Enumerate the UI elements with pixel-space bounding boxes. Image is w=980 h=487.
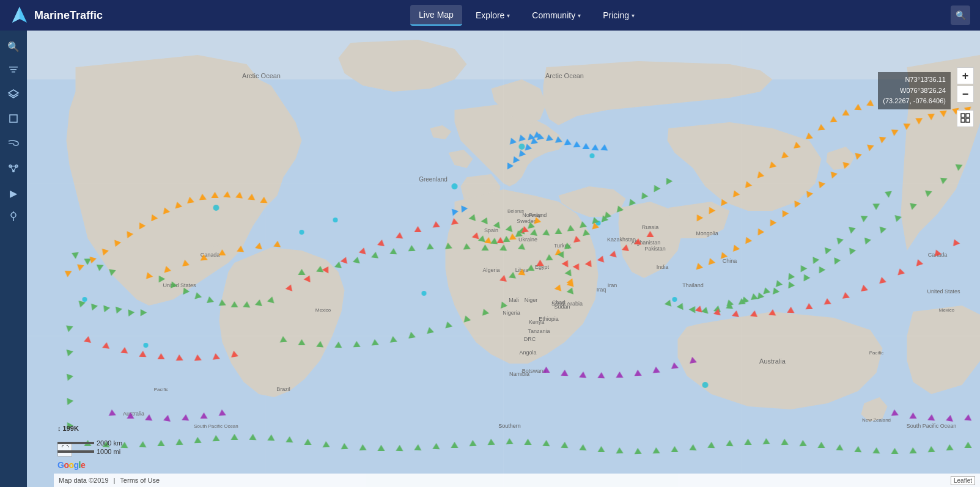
play-icon: ▶ <box>10 188 17 199</box>
sidebar-layers[interactable] <box>2 84 24 106</box>
mi-scale-ruler <box>57 450 94 453</box>
map-container[interactable]: Arctic Ocean Arctic Ocean Greenland Cana… <box>27 31 980 487</box>
svg-text:Ukraine: Ukraine <box>518 236 537 243</box>
svg-point-152 <box>590 153 595 158</box>
svg-text:Arctic Ocean: Arctic Ocean <box>545 72 584 79</box>
explore-chevron: ▾ <box>507 12 510 19</box>
lat-dms: N73°13'36.11 <box>883 75 946 86</box>
map-data-text: Map data ©2019 <box>59 477 109 484</box>
sidebar-measure[interactable] <box>2 207 24 229</box>
svg-text:Mongolia: Mongolia <box>696 230 718 236</box>
filter-icon <box>8 64 19 78</box>
svg-text:Greenland: Greenland <box>419 176 448 183</box>
route-icon <box>8 161 19 176</box>
svg-point-159 <box>144 343 149 348</box>
svg-text:United States: United States <box>927 288 960 295</box>
svg-text:China: China <box>723 258 737 264</box>
svg-text:Mali: Mali <box>509 297 519 303</box>
svg-point-155 <box>422 291 427 296</box>
svg-point-151 <box>452 183 458 189</box>
km-scale-ruler <box>57 442 94 444</box>
zoom-in-button[interactable]: + <box>957 67 974 84</box>
nav-pricing[interactable]: Pricing ▾ <box>594 5 643 25</box>
svg-text:DRC: DRC <box>524 336 536 342</box>
svg-text:Russia: Russia <box>642 224 659 230</box>
search-icon: 🔍 <box>7 41 20 53</box>
svg-point-157 <box>702 382 709 388</box>
mi-label: 1000 mi <box>97 448 120 455</box>
svg-text:South Pacific Ocean: South Pacific Ocean <box>194 423 238 429</box>
svg-text:India: India <box>657 264 669 270</box>
svg-text:Australia: Australia <box>123 411 144 417</box>
leaflet-logo: Leaflet <box>951 476 975 485</box>
svg-text:Brazil: Brazil <box>276 386 290 392</box>
svg-text:Spain: Spain <box>484 227 498 233</box>
svg-text:Tanzania: Tanzania <box>528 328 550 334</box>
svg-rect-4 <box>12 71 15 73</box>
svg-text:United States: United States <box>163 282 196 288</box>
zoom-out-button[interactable]: − <box>957 86 974 103</box>
svg-text:South Pacific Ocean: South Pacific Ocean <box>907 423 957 429</box>
svg-point-150 <box>300 230 304 235</box>
svg-text:Nigeria: Nigeria <box>503 310 520 316</box>
svg-text:Botswana: Botswana <box>522 368 547 374</box>
main-nav: Live Map Explore ▾ Community ▾ Pricing ▾ <box>103 5 951 26</box>
svg-text:Arctic Ocean: Arctic Ocean <box>242 72 281 79</box>
nav-explore[interactable]: Explore ▾ <box>467 5 518 25</box>
svg-text:Pakistan: Pakistan <box>644 246 666 252</box>
coordinates-display: N73°13'36.11 W076°38'26.24 (73.2267, -07… <box>878 72 951 109</box>
sidebar-play[interactable]: ▶ <box>2 182 24 204</box>
zoom-level-display: ↕ 199K <box>57 425 79 432</box>
nav-community[interactable]: Community ▾ <box>523 5 589 25</box>
svg-text:Mexico: Mexico <box>315 307 331 313</box>
sidebar: 🔍 <box>0 31 27 487</box>
svg-rect-3 <box>10 69 17 70</box>
logo-text: MarineTraffic <box>34 9 103 22</box>
svg-point-9 <box>11 213 16 218</box>
header-search-button[interactable]: 🔍 <box>951 5 970 25</box>
svg-text:Finland: Finland <box>529 212 547 218</box>
bottom-bar: Map data ©2019 | Terms of Use Leaflet <box>54 474 980 487</box>
svg-text:Australia: Australia <box>759 357 786 365</box>
svg-text:Saudi Arabia: Saudi Arabia <box>551 301 583 307</box>
google-logo: Google <box>57 460 85 470</box>
svg-text:Pacific: Pacific <box>869 350 884 356</box>
measure-icon <box>8 210 19 225</box>
logo[interactable]: MarineTraffic <box>10 5 103 25</box>
sidebar-wind[interactable] <box>2 133 24 155</box>
svg-rect-406 <box>961 114 965 117</box>
map-toggle-icon <box>960 113 970 125</box>
svg-point-158 <box>83 297 87 302</box>
svg-rect-409 <box>966 119 970 122</box>
nav-live-map[interactable]: Live Map <box>410 5 462 26</box>
scale-bar: 2000 km 1000 mi <box>57 439 122 455</box>
header: MarineTraffic Live Map Explore ▾ Communi… <box>0 0 980 31</box>
map-toggle-button[interactable] <box>957 110 974 127</box>
svg-text:Pacific: Pacific <box>154 387 169 392</box>
separator: | <box>114 477 116 484</box>
zoom-controls: + − <box>957 67 974 103</box>
logo-icon <box>10 5 29 25</box>
svg-text:Sweden: Sweden <box>517 218 537 224</box>
wind-icon <box>7 137 20 151</box>
svg-text:New Zealand: New Zealand <box>862 417 891 423</box>
sidebar-route[interactable] <box>2 158 24 180</box>
svg-point-156 <box>672 297 677 302</box>
svg-point-154 <box>333 218 338 222</box>
svg-rect-5 <box>10 115 17 122</box>
svg-point-153 <box>519 144 525 150</box>
svg-rect-408 <box>961 119 965 122</box>
sidebar-box[interactable] <box>2 109 24 131</box>
svg-point-149 <box>213 205 219 211</box>
decimal-coords: (73.2267, -076.6406) <box>883 96 946 107</box>
sidebar-filter[interactable] <box>2 60 24 82</box>
sidebar-search[interactable]: 🔍 <box>2 35 24 57</box>
svg-text:Angola: Angola <box>519 350 536 356</box>
svg-text:Thailand: Thailand <box>682 282 704 288</box>
svg-text:Southern: Southern <box>498 423 521 429</box>
zoom-level-value: 199K <box>63 425 79 432</box>
svg-rect-407 <box>966 114 970 117</box>
search-icon: 🔍 <box>956 10 966 20</box>
svg-marker-1 <box>12 7 20 23</box>
terms-link[interactable]: Terms of Use <box>120 477 160 484</box>
